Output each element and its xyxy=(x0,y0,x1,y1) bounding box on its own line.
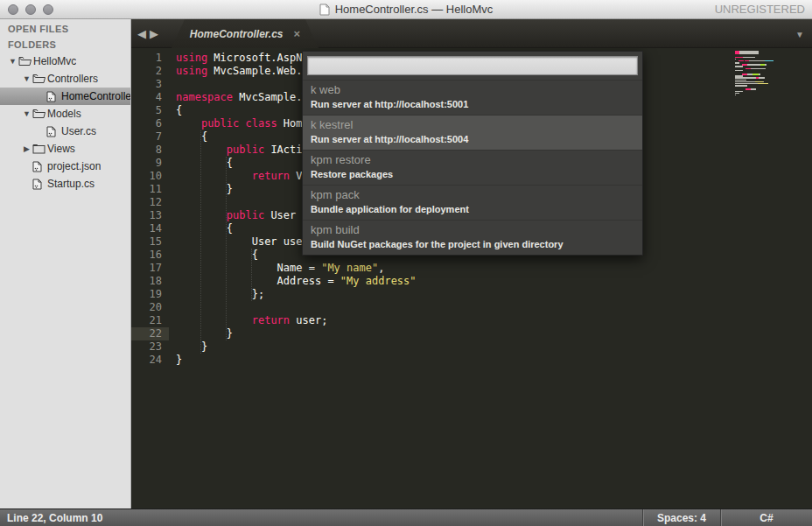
line-number: 4 xyxy=(131,91,169,104)
code-line: 20 xyxy=(131,301,812,314)
code-text: }; xyxy=(169,288,264,301)
tab-overflow-icon[interactable]: ▼ xyxy=(795,30,804,39)
palette-item-description: Restore packages xyxy=(311,169,634,179)
line-number: 22 xyxy=(131,327,169,340)
code-text: { xyxy=(169,157,233,170)
code-line: 23 } xyxy=(131,340,812,354)
minimize-window-button[interactable] xyxy=(25,4,36,15)
tree-item-label: User.cs xyxy=(61,125,96,137)
code-text: Address = "My address" xyxy=(169,275,416,288)
code-text: } xyxy=(169,183,233,196)
chevron-open-icon[interactable]: ▼ xyxy=(7,57,18,66)
zoom-window-button[interactable] xyxy=(43,4,53,15)
code-text: { xyxy=(169,104,182,117)
tree-item-homecontroller-cs[interactable]: HomeController.cs xyxy=(0,88,130,105)
line-number: 10 xyxy=(131,170,169,183)
tree-item-label: Models xyxy=(47,108,81,120)
line-number: 7 xyxy=(131,130,169,144)
tree-item-controllers[interactable]: ▼Controllers xyxy=(0,70,130,88)
command-palette-input[interactable] xyxy=(307,56,638,75)
chevron-closed-icon[interactable]: ▶ xyxy=(21,144,32,153)
command-palette-list: k webRun server at http://localhost:5001… xyxy=(303,80,642,255)
palette-item-title: kpm restore xyxy=(311,153,634,166)
palette-item-k-web[interactable]: k webRun server at http://localhost:5001 xyxy=(303,80,642,115)
tree-item-hellomvc[interactable]: ▼HelloMvc xyxy=(0,53,130,70)
code-text: Name = "My name", xyxy=(169,262,384,275)
palette-item-k-kestrel[interactable]: k kestrelRun server at http://localhost:… xyxy=(303,115,642,150)
registration-status: UNREGISTERED xyxy=(715,0,805,19)
tab-bar: ◀▶ HomeController.cs × ▼ xyxy=(131,19,812,48)
close-window-button[interactable] xyxy=(8,4,18,15)
code-editor[interactable]: 1using Microsoft.AspNet.Mvc;2using MvcSa… xyxy=(131,48,812,508)
folder-open-icon xyxy=(18,56,33,67)
tree-item-label: project.json xyxy=(47,160,101,172)
forward-icon[interactable]: ▶ xyxy=(150,27,162,40)
palette-item-description: Run server at http://localhost:5001 xyxy=(311,99,634,109)
file-icon xyxy=(32,179,47,190)
line-number: 6 xyxy=(131,117,169,130)
palette-item-description: Run server at http://localhost:5004 xyxy=(311,134,634,144)
line-number: 1 xyxy=(131,52,169,65)
open-files-header: OPEN FILES xyxy=(0,19,130,35)
palette-item-kpm-pack[interactable]: kpm packBundle application for deploymen… xyxy=(303,185,642,220)
document-icon xyxy=(319,4,330,16)
cursor-position: Line 22, Column 10 xyxy=(0,512,102,524)
folders-header: FOLDERS xyxy=(0,35,130,51)
tree-item-label: Views xyxy=(47,143,75,155)
palette-item-kpm-restore[interactable]: kpm restoreRestore packages xyxy=(303,150,642,185)
code-text: { xyxy=(169,249,258,262)
tree-item-label: Controllers xyxy=(47,73,98,85)
tree-item-label: HomeController.cs xyxy=(61,90,130,102)
chevron-open-icon[interactable]: ▼ xyxy=(21,74,32,83)
folder-closed-icon xyxy=(32,144,47,154)
tree-item-user-cs[interactable]: User.cs xyxy=(0,123,130,140)
code-text xyxy=(169,301,176,314)
back-icon[interactable]: ◀ xyxy=(137,27,150,40)
code-text: return user; xyxy=(169,314,327,327)
code-text: } xyxy=(169,327,233,340)
palette-item-title: k kestrel xyxy=(311,118,634,131)
line-number: 11 xyxy=(131,183,169,196)
palette-item-kpm-build[interactable]: kpm buildBuild NuGet packages for the pr… xyxy=(303,220,642,255)
chevron-open-icon[interactable]: ▼ xyxy=(21,109,32,118)
palette-item-title: k web xyxy=(311,83,634,96)
tree-item-label: HelloMvc xyxy=(33,55,76,67)
line-number: 16 xyxy=(131,249,169,262)
line-number: 13 xyxy=(131,209,169,222)
line-number: 21 xyxy=(131,314,169,327)
code-text: } xyxy=(169,340,207,354)
folder-tree: ▼HelloMvc▼ControllersHomeController.cs▼M… xyxy=(0,53,130,193)
minimap[interactable] xyxy=(735,51,784,96)
palette-item-description: Build NuGet packages for the project in … xyxy=(311,239,634,249)
tree-item-views[interactable]: ▶Views xyxy=(0,140,130,158)
code-line: 19 }; xyxy=(131,288,812,301)
code-line: 22 } xyxy=(131,327,812,340)
tree-item-label: Startup.cs xyxy=(47,178,94,190)
code-line: 24} xyxy=(131,354,812,367)
tab-close-icon[interactable]: × xyxy=(294,28,301,39)
line-number: 12 xyxy=(131,196,169,209)
tree-item-models[interactable]: ▼Models xyxy=(0,105,130,123)
file-icon xyxy=(46,126,61,137)
code-text: { xyxy=(169,130,207,144)
file-icon xyxy=(32,161,47,172)
indentation-setting[interactable]: Spaces: 4 xyxy=(642,509,720,526)
line-number: 5 xyxy=(131,104,169,117)
editor-column: ◀▶ HomeController.cs × ▼ 1using Microsof… xyxy=(131,19,812,508)
title-bar: HomeController.cs — HelloMvc UNREGISTERE… xyxy=(0,0,812,19)
code-text xyxy=(169,196,176,209)
syntax-setting[interactable]: C# xyxy=(720,509,812,526)
tree-item-project-json[interactable]: project.json xyxy=(0,158,130,175)
tree-item-startup-cs[interactable]: Startup.cs xyxy=(0,175,130,193)
line-number: 17 xyxy=(131,262,169,275)
line-number: 9 xyxy=(131,157,169,170)
code-text xyxy=(169,78,176,91)
tab-homecontroller[interactable]: HomeController.cs × xyxy=(172,19,318,48)
line-number: 23 xyxy=(131,340,169,354)
line-number: 24 xyxy=(131,354,169,367)
line-number: 8 xyxy=(131,144,169,157)
traffic-lights xyxy=(8,4,53,15)
code-line: 18 Address = "My address" xyxy=(131,275,812,288)
command-palette: k webRun server at http://localhost:5001… xyxy=(302,51,643,256)
file-icon xyxy=(46,91,61,102)
